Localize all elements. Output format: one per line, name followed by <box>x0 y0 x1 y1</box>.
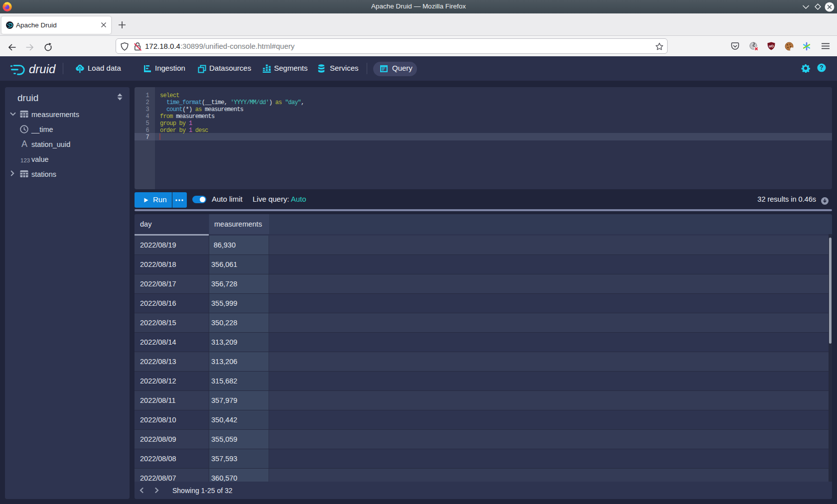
svg-text:uO: uO <box>769 44 774 48</box>
svg-text:?: ? <box>820 64 823 71</box>
